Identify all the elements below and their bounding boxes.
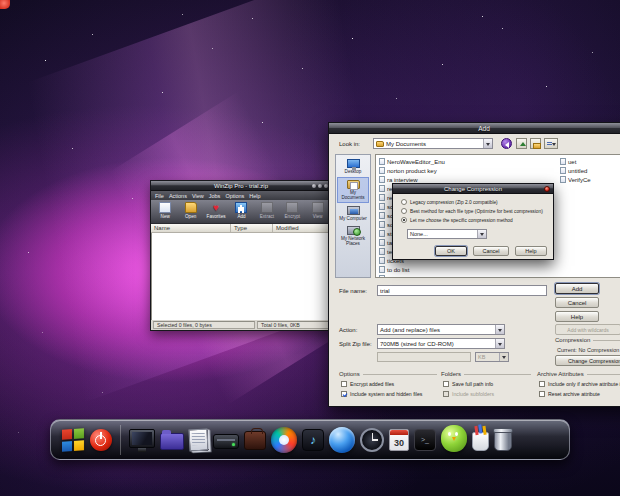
window-controls[interactable] bbox=[312, 184, 328, 188]
back-icon[interactable] bbox=[501, 138, 512, 149]
best-method-radio[interactable]: Best method for each file type (Optimize… bbox=[401, 208, 543, 214]
add-dialog-title: Add bbox=[478, 125, 490, 132]
music-icon[interactable]: ♪ bbox=[302, 429, 324, 451]
new-archive-icon bbox=[159, 202, 171, 213]
stationery-cup-icon[interactable] bbox=[472, 432, 489, 451]
place-my-computer[interactable]: My Computer bbox=[337, 204, 369, 223]
heart-icon: ♥ bbox=[210, 202, 222, 213]
new-folder-icon[interactable] bbox=[530, 138, 541, 149]
column-modified[interactable]: Modified bbox=[273, 224, 331, 232]
help-button[interactable]: Help bbox=[515, 246, 547, 256]
clock-icon[interactable] bbox=[360, 428, 384, 452]
briefcase-icon[interactable] bbox=[244, 431, 266, 450]
winzip-statusbar: Selected 0 files, 0 bytes Total 0 files,… bbox=[151, 320, 331, 330]
file-icon bbox=[379, 239, 385, 246]
place-my-network[interactable]: My Network Places bbox=[337, 224, 369, 248]
archive-attribute-checkbox[interactable]: Include only if archive attribute is set bbox=[539, 381, 620, 387]
column-type[interactable]: Type bbox=[231, 224, 273, 232]
my-documents-icon bbox=[347, 180, 360, 189]
file-item[interactable]: uet bbox=[560, 157, 620, 166]
encrypt-checkbox[interactable]: Encrypt added files bbox=[341, 381, 394, 387]
ok-button[interactable]: OK bbox=[435, 246, 467, 256]
reset-attribute-checkbox[interactable]: Reset archive attribute bbox=[539, 391, 600, 397]
winzip-file-list[interactable] bbox=[151, 233, 331, 320]
action-select[interactable]: Add (and replace) files bbox=[377, 324, 505, 335]
trash-icon[interactable] bbox=[494, 429, 512, 451]
view-menu-icon[interactable] bbox=[544, 138, 558, 149]
cancel-button[interactable]: Cancel bbox=[555, 297, 599, 308]
menu-jobs[interactable]: Jobs bbox=[209, 193, 221, 199]
column-name[interactable]: Name bbox=[151, 224, 231, 232]
view-button[interactable]: View bbox=[306, 201, 330, 219]
compression-method-select[interactable]: None... bbox=[407, 229, 487, 239]
add-with-wildcards-button[interactable]: Add with wildcards bbox=[555, 324, 620, 335]
add-confirm-button[interactable]: Add bbox=[555, 283, 599, 294]
checkbox-icon bbox=[341, 381, 347, 387]
choose-method-radio[interactable]: Let me choose the specific compression m… bbox=[401, 217, 513, 223]
menu-options[interactable]: Options bbox=[225, 193, 244, 199]
file-item[interactable]: norton product key bbox=[379, 166, 555, 175]
checkbox-icon bbox=[443, 391, 449, 397]
folders-icon[interactable] bbox=[160, 433, 184, 450]
winzip-titlebar[interactable]: WinZip Pro - trial.zip bbox=[151, 181, 331, 191]
display-icon[interactable] bbox=[129, 429, 155, 448]
include-hidden-checkbox[interactable]: Include system and hidden files bbox=[341, 391, 422, 397]
open-button[interactable]: Open bbox=[178, 201, 202, 219]
corner-start-icon[interactable] bbox=[0, 0, 10, 9]
close-icon[interactable] bbox=[544, 186, 550, 192]
file-item[interactable]: to do list bbox=[379, 265, 555, 274]
file-name-input[interactable] bbox=[377, 285, 547, 296]
hard-drive-icon[interactable] bbox=[213, 434, 239, 449]
media-player-icon[interactable] bbox=[271, 427, 297, 453]
file-icon bbox=[560, 176, 566, 183]
include-subfolders-checkbox[interactable]: Include subfolders bbox=[443, 391, 494, 397]
menu-file[interactable]: File bbox=[155, 193, 164, 199]
checkbox-icon bbox=[539, 381, 545, 387]
split-zip-select[interactable]: 700MB (sized for CD-ROM) bbox=[377, 338, 505, 349]
menu-view[interactable]: View bbox=[192, 193, 204, 199]
extract-button[interactable]: Extract bbox=[255, 201, 279, 219]
legacy-compression-radio[interactable]: Legacy compression (Zip 2.0 compatible) bbox=[401, 199, 498, 205]
power-icon[interactable] bbox=[90, 429, 112, 451]
menu-help[interactable]: Help bbox=[249, 193, 260, 199]
add-button[interactable]: Add bbox=[229, 201, 253, 219]
terminal-icon[interactable]: >_ bbox=[414, 429, 436, 451]
browser-icon[interactable] bbox=[329, 427, 355, 453]
new-button[interactable]: New bbox=[153, 201, 177, 219]
look-in-select[interactable]: My Documents bbox=[373, 138, 493, 149]
folders-group-title: Folders bbox=[441, 371, 531, 377]
file-item[interactable]: NeroWaveEditor_Enu bbox=[379, 157, 555, 166]
save-path-checkbox[interactable]: Save full path info bbox=[443, 381, 493, 387]
favorites-button[interactable]: ♥ Favorites bbox=[204, 201, 228, 219]
other-size-input[interactable] bbox=[377, 352, 471, 362]
size-unit-value: KB bbox=[478, 354, 485, 360]
file-item[interactable]: untitled bbox=[560, 166, 620, 175]
cancel-button[interactable]: Cancel bbox=[473, 246, 509, 256]
chevron-down-icon bbox=[495, 325, 504, 334]
file-icon bbox=[379, 248, 385, 255]
compression-dialog-title: Change Compression bbox=[444, 186, 502, 192]
compression-group-title: Compression bbox=[555, 337, 620, 343]
windows-start-icon[interactable] bbox=[61, 427, 85, 453]
size-unit-select[interactable]: KB bbox=[475, 352, 509, 362]
green-bird-messenger-icon[interactable] bbox=[441, 425, 467, 452]
action-value: Add (and replace) files bbox=[380, 327, 440, 333]
add-files-icon bbox=[235, 202, 247, 213]
help-button[interactable]: Help bbox=[555, 311, 599, 322]
file-item[interactable]: trial bbox=[379, 274, 555, 278]
encrypt-button[interactable]: Encrypt bbox=[280, 201, 304, 219]
documents-icon[interactable] bbox=[188, 428, 208, 451]
file-icon bbox=[379, 212, 385, 219]
file-item[interactable]: VerifyCe bbox=[560, 175, 620, 184]
add-dialog-titlebar[interactable]: Add bbox=[329, 123, 620, 134]
menu-actions[interactable]: Actions bbox=[169, 193, 187, 199]
calendar-icon[interactable]: 30 bbox=[389, 429, 409, 451]
file-icon bbox=[379, 176, 385, 183]
change-compression-button[interactable]: Change Compression... bbox=[555, 355, 620, 366]
compression-dialog-titlebar[interactable]: Change Compression bbox=[393, 184, 553, 194]
place-my-documents[interactable]: My Documents bbox=[337, 177, 369, 203]
up-one-level-icon[interactable] bbox=[516, 138, 527, 149]
radio-icon bbox=[401, 217, 407, 223]
place-desktop[interactable]: Desktop bbox=[337, 157, 369, 176]
winzip-window: WinZip Pro - trial.zip File Actions View… bbox=[150, 180, 332, 331]
